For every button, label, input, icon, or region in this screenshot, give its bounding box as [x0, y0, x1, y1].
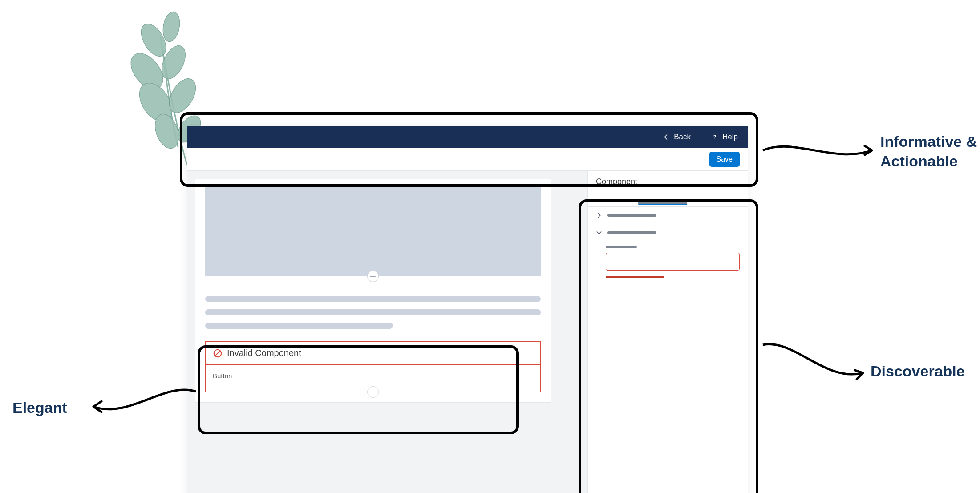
svg-point-2: [125, 48, 170, 95]
back-label: Back: [674, 133, 691, 141]
svg-point-0: [136, 20, 171, 60]
builder-canvas: Invalid Component Button Component: [187, 126, 748, 493]
annotation-elegant: Elegant: [12, 398, 67, 417]
property-row-expanded[interactable]: [588, 224, 748, 241]
plus-icon: [370, 273, 376, 279]
svg-point-3: [157, 42, 190, 82]
svg-point-5: [164, 74, 201, 117]
error-message-placeholder: [606, 276, 664, 278]
no-entry-icon: [213, 348, 223, 358]
question-icon: [711, 133, 719, 141]
arrow-informative: [758, 133, 879, 168]
annotation-discoverable: Discoverable: [871, 361, 965, 381]
error-input[interactable]: [606, 253, 740, 271]
panel-tab-active[interactable]: [638, 199, 687, 205]
chevron-right-icon: [596, 212, 602, 218]
arrow-left-icon: [662, 133, 670, 141]
top-nav-bar: Back Help: [187, 126, 748, 148]
svg-point-1: [161, 10, 182, 43]
svg-point-6: [151, 111, 183, 152]
error-field-block: [588, 241, 748, 282]
invalid-component-card[interactable]: Invalid Component Button: [205, 341, 541, 392]
back-button[interactable]: Back: [652, 126, 701, 148]
panel-tabs: [588, 191, 748, 207]
svg-line-9: [215, 351, 220, 356]
property-row-collapsed[interactable]: [588, 207, 748, 224]
panel-tab[interactable]: [596, 199, 620, 202]
annotation-informative: Informative & Actionable: [880, 132, 980, 171]
save-button[interactable]: Save: [709, 152, 740, 167]
panel-title: Component: [588, 171, 748, 191]
hero-placeholder[interactable]: [205, 187, 541, 276]
action-bar: Save: [187, 148, 748, 171]
plus-icon: [370, 389, 376, 395]
add-component-button[interactable]: [367, 271, 379, 282]
add-component-button[interactable]: [367, 386, 379, 398]
field-label-placeholder: [606, 246, 637, 248]
svg-point-4: [133, 77, 178, 127]
text-placeholder-block: [205, 288, 541, 329]
page-canvas: Invalid Component Button: [195, 179, 551, 403]
help-label: Help: [722, 133, 738, 141]
arrow-elegant: [85, 379, 200, 424]
chevron-down-icon: [596, 230, 602, 236]
invalid-component-body: Button: [213, 372, 232, 380]
invalid-component-title: Invalid Component: [227, 348, 301, 358]
help-button[interactable]: Help: [701, 126, 748, 148]
property-panel: Component: [587, 171, 748, 493]
arrow-discoverable: [758, 338, 870, 387]
